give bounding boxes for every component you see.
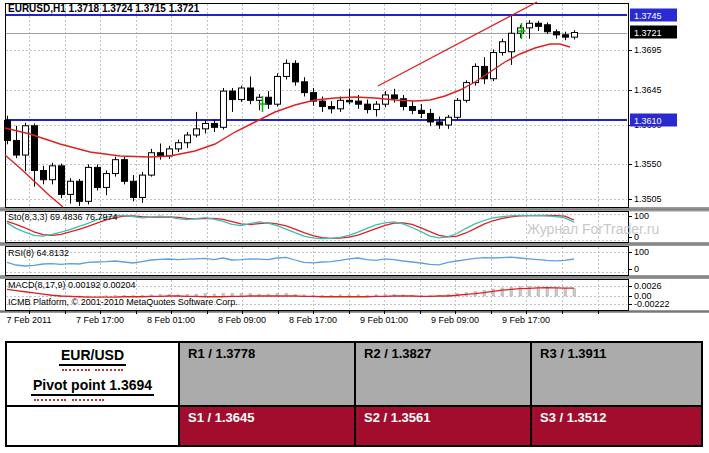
svg-text:7 Feb 2011: 7 Feb 2011	[7, 315, 52, 325]
svg-text:0: 0	[634, 264, 639, 274]
support-2-cell: S2 / 1.3561	[354, 405, 530, 445]
mt4-chart-screenshot: 1.36951.36451.36001.35501.3505100010000.…	[0, 0, 709, 453]
svg-text:1.3610: 1.3610	[634, 116, 662, 126]
resistance-1-cell: R1 / 1.3778	[178, 343, 354, 405]
svg-text:-0.00222: -0.00222	[634, 299, 670, 309]
rsi-label: RSI(8) 64.8132	[8, 248, 69, 258]
svg-text:1.3505: 1.3505	[634, 194, 662, 204]
pivot-point-value: Pivot point 1.3694	[7, 377, 178, 396]
svg-text:0.0026: 0.0026	[634, 281, 662, 291]
svg-text:8 Feb 09:00: 8 Feb 09:00	[218, 315, 266, 325]
svg-text:8 Feb 01:00: 8 Feb 01:00	[147, 315, 195, 325]
svg-text:1.3745: 1.3745	[634, 11, 662, 21]
resistance-2-cell: R2 / 1.3827	[354, 343, 530, 405]
resistance-3-cell: R3 / 1.3911	[530, 343, 701, 405]
svg-text:1.3721: 1.3721	[634, 28, 662, 38]
fortrader-watermark: Журнал ForTrader.ru	[527, 221, 659, 237]
panels	[6, 4, 629, 311]
pivot-table: EUR/USD Pivot point 1.3694 R1 / 1.3778 R…	[5, 341, 703, 447]
svg-text:9 Feb 09:00: 9 Feb 09:00	[431, 315, 479, 325]
platform-copyright: ICMB Platform, © 2001-2010 MetaQuotes So…	[8, 297, 238, 307]
svg-text:100: 100	[634, 211, 649, 221]
svg-text:7 Feb 17:00: 7 Feb 17:00	[76, 315, 124, 325]
svg-text:1.3645: 1.3645	[634, 85, 662, 95]
svg-text:9 Feb 17:00: 9 Feb 17:00	[502, 315, 550, 325]
svg-text:1.3695: 1.3695	[634, 45, 662, 55]
svg-text:9 Feb 01:00: 9 Feb 01:00	[360, 315, 408, 325]
svg-text:1.3550: 1.3550	[634, 159, 662, 169]
support-3-cell: S3 / 1.3512	[530, 405, 701, 445]
macd-label: MACD(8,17,9) 0.00192 0.00204	[8, 280, 136, 290]
pair-pivot-cell: EUR/USD Pivot point 1.3694	[7, 343, 178, 405]
pair-title: EUR/USD	[7, 347, 178, 366]
stochastic-label: Sto(8,3,3) 69.4836 76.7974	[8, 212, 118, 222]
chart-title: EURUSD,H1 1.3718 1.3724 1.3715 1.3721	[8, 3, 199, 14]
empty-cell	[7, 405, 178, 445]
svg-text:8 Feb 17:00: 8 Feb 17:00	[289, 315, 337, 325]
support-1-cell: S1 / 1.3645	[178, 405, 354, 445]
svg-text:100: 100	[634, 247, 649, 257]
